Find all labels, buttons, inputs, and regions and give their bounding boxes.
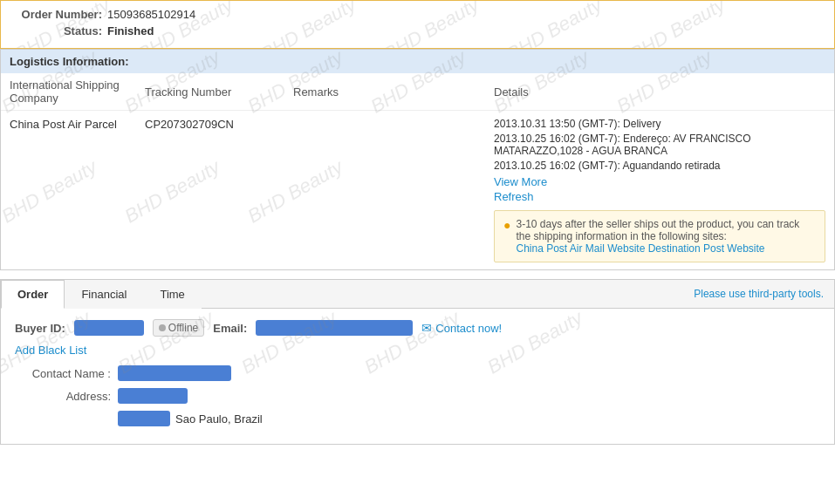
tracking-number: CP207302709CN: [136, 111, 284, 270]
offline-dot: [159, 324, 166, 331]
shipping-company: China Post Air Parcel: [1, 111, 136, 270]
logistics-title: Logistics Information:: [10, 55, 129, 68]
logistics-table: International Shipping Company Tracking …: [1, 73, 834, 269]
contact-now-button[interactable]: ✉ Contact now!: [421, 321, 502, 335]
contact-name-row: Contact Name :: [15, 365, 820, 381]
order-content: BHD BeautyBHD BeautyBHD Beauty BHD Beaut…: [1, 309, 834, 444]
email-value: [256, 320, 413, 336]
col-tracking-header: Tracking Number: [136, 73, 284, 111]
info-icon: ●: [503, 218, 510, 232]
order-section: Order Financial Time Please use third-pa…: [0, 279, 835, 445]
detail-line-1: 2013.10.31 13:50 (GMT-7): Delivery: [494, 118, 825, 130]
contact-name-label: Contact Name :: [15, 367, 111, 380]
col-details-header: Details: [485, 73, 834, 111]
status-value: Finished: [107, 24, 154, 37]
logistics-header: Logistics Information:: [1, 50, 834, 73]
status-label: Status:: [15, 24, 102, 37]
tab-hint: Please use third-party tools.: [694, 288, 834, 300]
envelope-icon: ✉: [421, 321, 432, 335]
col-company-header: International Shipping Company: [1, 73, 136, 111]
info-text-block: 3-10 days after the seller ships out the…: [516, 218, 816, 255]
buyer-id-label: Buyer ID:: [15, 322, 65, 335]
tab-order[interactable]: Order: [1, 280, 65, 309]
info-box: ● 3-10 days after the seller ships out t…: [494, 210, 825, 262]
address-value: [118, 388, 188, 404]
tab-time[interactable]: Time: [143, 280, 201, 309]
tabs-bar: Order Financial Time Please use third-pa…: [1, 280, 834, 309]
offline-label: Offline: [168, 322, 198, 334]
city-text: Sao Paulo, Brazil: [175, 412, 263, 426]
address-row: Address:: [15, 388, 820, 404]
order-number-value: 15093685102914: [107, 8, 195, 21]
buyer-id-value: [74, 320, 144, 336]
address-label: Address:: [15, 390, 111, 403]
logistics-row: China Post Air Parcel CP207302709CN 2013…: [1, 111, 834, 270]
remarks-cell: [284, 111, 485, 270]
destination-post-link[interactable]: Destination Post Website: [648, 242, 765, 255]
detail-line-3: 2013.10.25 16:02 (GMT-7): Aguandando ret…: [494, 160, 825, 172]
logistics-section: BHD BeautyBHD BeautyBHD Beauty BHD Beaut…: [0, 49, 835, 270]
buyer-id-row: Buyer ID: Offline Email: ✉ Contact now!: [15, 319, 820, 337]
city-row: Sao Paulo, Brazil: [15, 411, 820, 426]
col-remarks-header: Remarks: [284, 73, 485, 111]
contact-label: Contact now!: [435, 322, 502, 335]
email-label: Email:: [213, 322, 247, 335]
china-post-link[interactable]: China Post Air Mail Website: [516, 242, 645, 255]
view-more-link[interactable]: View More: [494, 175, 825, 188]
city-value-row: Sao Paulo, Brazil: [118, 411, 263, 426]
order-header: BHD BeautyBHD BeautyBHD Beauty BHD Beaut…: [0, 0, 835, 49]
city-blurred: [118, 411, 170, 426]
refresh-link[interactable]: Refresh: [494, 190, 825, 203]
contact-name-value: [118, 365, 231, 381]
info-text: 3-10 days after the seller ships out the…: [516, 218, 799, 242]
tab-financial[interactable]: Financial: [65, 280, 143, 309]
details-cell: 2013.10.31 13:50 (GMT-7): Delivery 2013.…: [485, 111, 834, 270]
detail-line-2: 2013.10.25 16:02 (GMT-7): Endereço: AV F…: [494, 133, 825, 157]
order-number-label: Order Number:: [15, 8, 102, 21]
add-blacklist-link[interactable]: Add Black List: [15, 344, 820, 357]
offline-badge: Offline: [153, 319, 204, 337]
